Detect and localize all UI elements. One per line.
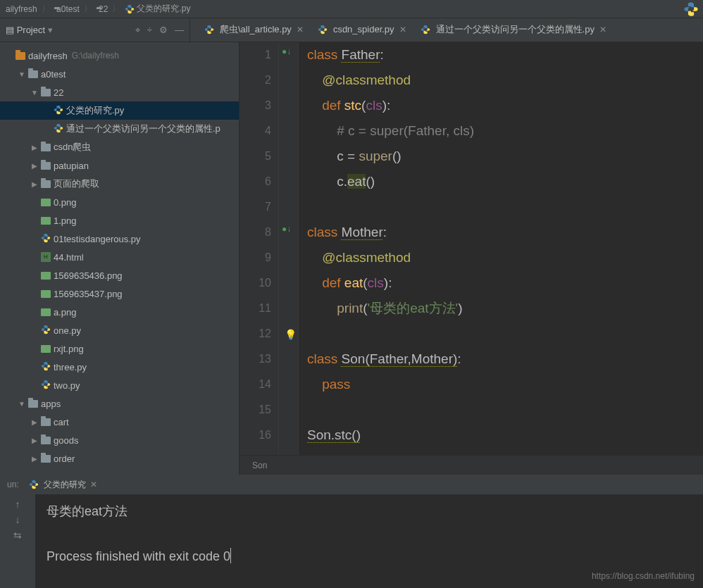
tree-label: a.png — [54, 307, 77, 318]
python-icon — [29, 480, 39, 489]
python-icon — [125, 4, 135, 14]
python-icon — [683, 1, 699, 17]
editor-tab[interactable]: 爬虫\all_article.py ✕ — [197, 19, 311, 42]
bulb-icon[interactable]: 💡 — [285, 329, 297, 340]
tree-label: dailyfresh — [28, 51, 68, 61]
tree-row[interactable]: rxjt.png — [0, 339, 239, 358]
chevron-icon[interactable]: ▶ — [30, 455, 39, 463]
folder-icon — [15, 52, 25, 60]
tree-row[interactable]: dailyfreshG:\dailyfresh — [0, 46, 239, 65]
tree-label: three.py — [54, 362, 87, 373]
toolbar-row: ▤ Project ▾ ⌖ ÷ ⚙ — 爬虫\all_article.py ✕ … — [0, 18, 703, 42]
tree-row[interactable]: ▼apps — [0, 394, 239, 413]
tree-label: 通过一个父类访问另一个父类的属性.p — [66, 123, 220, 135]
chevron-icon[interactable]: ▼ — [17, 400, 27, 408]
code-editor[interactable]: 12345678910111213141516 ●↓ ●↓ 💡 class Fa… — [239, 42, 703, 475]
run-panel-label: un: — [7, 480, 19, 489]
breadcrumb-part[interactable]: ailyfresh — [6, 4, 37, 14]
python-icon — [204, 25, 214, 35]
editor-tab[interactable]: csdn_spider.py ✕ — [311, 20, 413, 40]
gear-icon[interactable]: ⚙ — [159, 25, 168, 35]
down-icon[interactable]: ↓ — [15, 514, 20, 525]
chevron-icon[interactable]: ▼ — [17, 70, 27, 78]
python-icon — [41, 380, 51, 392]
tab-label: 爬虫\all_article.py — [220, 23, 292, 36]
project-panel-header[interactable]: ▤ Project ▾ ⌖ ÷ ⚙ — — [0, 18, 190, 42]
tree-row[interactable]: 通过一个父类访问另一个父类的属性.p — [0, 120, 239, 138]
editor-tab[interactable]: 通过一个父类访问另一个父类的属性.py ✕ — [413, 19, 614, 42]
tree-label: rxjt.png — [54, 344, 84, 354]
chevron-icon[interactable]: ▶ — [30, 180, 39, 188]
tree-row[interactable]: ▶order — [0, 449, 239, 468]
breadcrumb-part[interactable]: a0test — [56, 4, 80, 14]
python-icon — [421, 25, 430, 35]
chevron-icon[interactable]: ▶ — [30, 144, 39, 151]
image-icon — [41, 345, 51, 353]
chevron-icon[interactable]: ▼ — [30, 89, 39, 96]
chevron-icon[interactable]: ▶ — [30, 162, 39, 170]
tree-row[interactable]: H44.html — [0, 248, 239, 266]
breadcrumb-part[interactable]: 22 — [99, 4, 108, 14]
close-icon[interactable]: ✕ — [90, 480, 97, 489]
close-icon[interactable]: ✕ — [399, 25, 406, 35]
folder-icon — [41, 89, 51, 96]
project-view-icon: ▤ — [6, 25, 14, 35]
tree-label: apps — [41, 399, 61, 409]
up-icon[interactable]: ↑ — [15, 499, 20, 510]
tree-row[interactable]: 01testisdangerous.py — [0, 230, 239, 248]
collapse-icon[interactable]: ÷ — [147, 25, 152, 35]
close-icon[interactable]: ✕ — [599, 25, 606, 35]
tree-row[interactable]: ▶cart — [0, 413, 239, 431]
run-tab-label: 父类的研究 — [44, 479, 86, 491]
tab-label: 通过一个父类访问另一个父类的属性.py — [436, 23, 595, 36]
tree-row[interactable]: ▶页面的爬取 — [0, 175, 239, 193]
tree-row[interactable]: 1569635436.png — [0, 266, 239, 284]
implements-icon[interactable]: ●↓ — [282, 224, 291, 234]
python-icon — [318, 25, 328, 35]
tree-row[interactable]: ▶csdn爬虫 — [0, 138, 239, 156]
close-icon[interactable]: ✕ — [297, 25, 304, 35]
tree-row[interactable]: 父类的研究.py — [0, 101, 239, 120]
editor-tabs: 爬虫\all_article.py ✕ csdn_spider.py ✕ 通过一… — [190, 18, 703, 42]
tree-row[interactable]: ▼a0test — [0, 65, 239, 83]
breadcrumb-part[interactable]: 父类的研究.py — [137, 3, 190, 15]
target-icon[interactable]: ⌖ — [135, 25, 140, 36]
run-panel-header: un: 父类的研究 ✕ — [0, 475, 703, 494]
code-content[interactable]: class Father: @classmethod def stc(cls):… — [299, 42, 703, 455]
image-icon — [41, 272, 51, 280]
chevron-icon[interactable]: ▶ — [30, 437, 39, 444]
wrap-icon[interactable]: ⇆ — [13, 530, 22, 541]
image-icon — [41, 217, 51, 225]
chevron-right-icon: 〉 — [42, 3, 50, 15]
editor-breadcrumb[interactable]: Son — [239, 455, 703, 475]
line-gutter: 12345678910111213141516 — [239, 42, 279, 455]
tree-label: 44.html — [54, 252, 84, 263]
cursor — [230, 548, 231, 563]
html-icon: H — [41, 252, 51, 262]
tree-row[interactable]: ▶patupian — [0, 156, 239, 175]
tree-row[interactable]: ▼22 — [0, 83, 239, 101]
tree-label: goods — [54, 435, 78, 446]
tree-row[interactable]: 0.png — [0, 193, 239, 211]
breadcrumb-symbol: Son — [252, 461, 267, 470]
implements-icon[interactable]: ●↓ — [282, 46, 291, 56]
tree-row[interactable]: 1569635437.png — [0, 284, 239, 303]
tree-row[interactable]: one.py — [0, 321, 239, 339]
folder-icon — [41, 437, 51, 444]
tree-label: one.py — [54, 325, 81, 336]
tree-row[interactable]: 1.png — [0, 211, 239, 230]
folder-icon — [41, 144, 51, 151]
folder-icon — [28, 400, 38, 408]
run-toolbar: ↑ ↓ ⇆ — [0, 494, 35, 588]
tree-label: 页面的爬取 — [54, 177, 99, 190]
main-area: dailyfreshG:\dailyfresh▼a0test▼22父类的研究.p… — [0, 42, 703, 475]
tree-label: 父类的研究.py — [66, 104, 124, 117]
tree-row[interactable]: two.py — [0, 376, 239, 394]
minimize-icon[interactable]: — — [175, 25, 184, 35]
tree-row[interactable]: three.py — [0, 358, 239, 376]
chevron-icon[interactable]: ▶ — [30, 418, 39, 426]
tree-row[interactable]: ▶goods — [0, 431, 239, 449]
project-panel-title: Project — [17, 25, 45, 35]
run-tab[interactable]: 父类的研究 ✕ — [23, 476, 103, 494]
tree-row[interactable]: a.png — [0, 303, 239, 321]
